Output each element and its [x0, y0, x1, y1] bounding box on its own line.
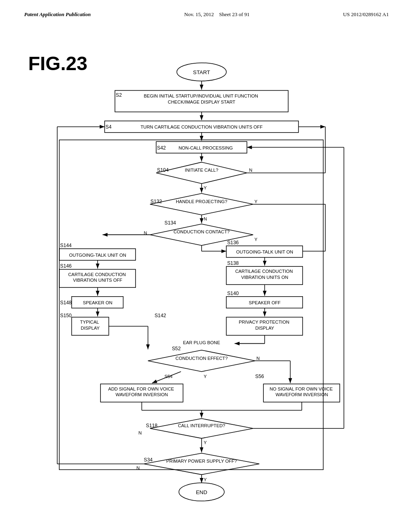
end-label: END: [196, 489, 207, 495]
s140-label: SPEAKER OFF: [249, 300, 281, 305]
svg-marker-14: [150, 193, 253, 215]
s140-step: S140: [227, 291, 239, 296]
s104-label: INITIATE CALL?: [185, 168, 218, 172]
s132-label: HANDLE PROJECTING?: [176, 199, 227, 204]
s138-step: S138: [227, 260, 239, 266]
s136-label: OUTGOING-TALK UNIT ON: [236, 249, 293, 254]
s134-label: CONDUCTION CONTACT?: [173, 229, 229, 234]
s118-n: N: [138, 430, 142, 435]
s42-step: S42: [157, 145, 166, 151]
s4-step: S4: [105, 124, 111, 130]
s104-step: S104: [157, 167, 169, 173]
publication-label: Patent Application Publication: [24, 11, 91, 18]
s132-y: Y: [254, 199, 258, 204]
s150-step: S150: [60, 313, 72, 318]
svg-marker-58: [144, 453, 259, 474]
s142-step: S142: [154, 313, 166, 318]
s52-step: S52: [172, 346, 181, 351]
sheet-info: Sheet 23 of 91: [219, 11, 249, 17]
s146-step: S146: [60, 263, 72, 269]
s52-label: CONDUCTION EFFECT?: [175, 356, 227, 361]
s144-step: S144: [60, 243, 72, 248]
s42-label: NON-CALL PROCESSING: [179, 145, 233, 150]
s118-step: S118: [146, 423, 158, 428]
s4-label: TURN CARTILAGE CONDUCTION VIBRATION UNIT…: [140, 125, 263, 129]
s52-above-label: EAR PLUG BONE: [183, 340, 220, 345]
diagram-container: FIG.23 START BEGIN INITIAL STARTUP/INDVI…: [24, 44, 387, 520]
s34-step: S34: [144, 457, 153, 463]
s56-step: S56: [255, 374, 264, 379]
s34-y: Y: [204, 477, 207, 482]
svg-line-42: [152, 372, 181, 383]
s134-y: Y: [254, 237, 258, 242]
svg-marker-52: [150, 419, 253, 438]
svg-marker-41: [148, 350, 255, 372]
s132-n: N: [204, 216, 207, 221]
s104-y: Y: [204, 185, 207, 190]
s52-y: Y: [204, 374, 207, 379]
s104-n: N: [249, 168, 252, 172]
svg-marker-10: [156, 162, 247, 183]
date-sheet: Nov. 15, 2012 Sheet 23 of 91: [184, 11, 250, 18]
s148-label: SPEAKER ON: [83, 300, 112, 305]
patent-number: US 2012/0289162 A1: [343, 11, 389, 18]
date: Nov. 15, 2012: [184, 11, 214, 17]
s134-step: S134: [165, 220, 176, 226]
s52-n: N: [257, 356, 260, 361]
page-header: Patent Application Publication Nov. 15, …: [0, 0, 413, 22]
s2-step: S2: [116, 92, 122, 98]
s136-step: S136: [227, 240, 239, 245]
s118-y: Y: [204, 440, 207, 445]
flowchart-svg: START BEGIN INITIAL STARTUP/INDVIDUAL UN…: [24, 44, 387, 520]
s144-label: OUTGOING-TALK UNIT ON: [69, 253, 126, 258]
s148-step: S148: [60, 300, 72, 305]
start-label: START: [193, 69, 210, 75]
s118-label: CALL INTERRUPTED?: [178, 423, 225, 428]
s132-step: S132: [150, 199, 162, 204]
s34-label: PRIMARY POWER SUPPLY OFF?: [166, 459, 237, 463]
